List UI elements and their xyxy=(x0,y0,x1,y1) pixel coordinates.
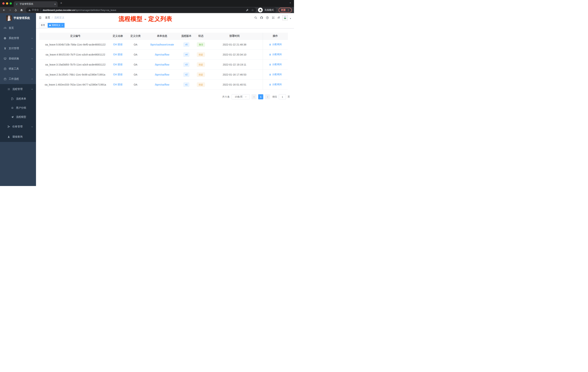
chevron-down-icon xyxy=(31,37,33,39)
url-path: /bpm/manager/definition?key=oa_leave xyxy=(75,9,116,11)
breadcrumb: 首页 / 流程定义 xyxy=(45,16,64,19)
assign-rule-button[interactable]: 分配规则 xyxy=(269,83,282,86)
minimize-window-button[interactable] xyxy=(6,2,8,5)
assign-rule-button[interactable]: 分配规则 xyxy=(269,63,282,66)
briefcase-icon xyxy=(4,77,7,80)
cell-category: OA xyxy=(124,79,147,89)
sidebar-item-workflow[interactable]: 工作流程 xyxy=(0,74,36,84)
chevron-up-icon xyxy=(31,88,33,90)
form-info-link[interactable]: /bpm/oa/flow xyxy=(155,63,169,66)
page-size-select[interactable]: 10条/页 xyxy=(232,94,250,99)
form-info-link[interactable]: /bpm/oa/leave/create xyxy=(150,43,174,46)
fullscreen-icon[interactable] xyxy=(272,16,275,19)
browser-menu-icon[interactable]: ⋮ xyxy=(287,9,289,11)
new-tab-button[interactable]: + xyxy=(60,1,62,5)
cell-definition-id: oa_leave:5:004b710b-7b8a-11ec-8ef0-acde4… xyxy=(39,40,111,50)
active-tag-dot xyxy=(49,25,51,26)
version-badge: v5 xyxy=(183,42,189,47)
cell-definition-id: oa_leave:3:1fad3d93-7b75-11ec-a3c8-acde4… xyxy=(39,59,111,69)
sidebar-item-label: 请假查询 xyxy=(12,135,22,139)
update-chrome-button[interactable]: 更新 ⋮ xyxy=(279,8,292,12)
sidebar-item-task-mgmt[interactable]: 任务管理 xyxy=(0,121,36,132)
hamburger-icon[interactable] xyxy=(39,16,42,20)
sidebar-item-label: 工作流程 xyxy=(9,77,19,81)
cell-deploy-time: 2022-01-22 19:19:11 xyxy=(206,59,263,69)
tag-label: 首页 xyxy=(41,24,45,27)
cell-version: v5 xyxy=(177,40,195,50)
column-header-6: 部署时间 xyxy=(206,33,263,40)
definition-name-link[interactable]: OA 请假 xyxy=(113,83,122,86)
assign-rule-button[interactable]: 分配规则 xyxy=(269,73,282,76)
forward-icon[interactable] xyxy=(7,9,13,12)
fontsize-icon[interactable]: тT xyxy=(277,16,280,19)
form-info-link[interactable]: /bpm/oa/flow xyxy=(155,73,169,76)
warning-icon xyxy=(28,9,31,11)
column-header-4: 流程版本 xyxy=(177,33,195,40)
question-icon[interactable] xyxy=(266,16,269,19)
user-avatar[interactable] xyxy=(282,15,288,20)
assign-rule-label: 分配规则 xyxy=(272,83,282,86)
tab-search-chevron-icon[interactable]: ▼ xyxy=(289,2,291,4)
assign-rule-button[interactable]: 分配规则 xyxy=(269,43,282,46)
definition-name-link[interactable]: OA 请假 xyxy=(113,73,122,76)
assign-rule-button[interactable]: 分配规则 xyxy=(269,53,282,56)
maximize-window-button[interactable] xyxy=(10,2,12,5)
sidebar-logo[interactable]: 芋道管理系统 xyxy=(0,13,36,23)
cell-actions: 分配规则 xyxy=(263,50,288,59)
assign-rule-label: 分配规则 xyxy=(272,53,282,56)
chevron-down-icon xyxy=(31,58,33,60)
definition-name-link[interactable]: OA 请假 xyxy=(113,53,122,56)
next-page-button[interactable] xyxy=(265,94,270,99)
browser-tab[interactable]: 芋道管理系统 × xyxy=(14,1,58,7)
tag-view-item-0[interactable]: 首页 xyxy=(39,23,47,28)
url-bar[interactable]: 不安全 dashboard.yudao.iocoder.cn/bpm/manag… xyxy=(26,8,256,12)
back-icon[interactable] xyxy=(1,9,7,12)
sidebar-item-home[interactable]: 首页 xyxy=(0,23,36,33)
cell-deploy-time: 2022-01-16 17:46:53 xyxy=(206,69,263,79)
sidebar-item-system[interactable]: 系统管理 xyxy=(0,33,36,43)
goto-page-input[interactable] xyxy=(279,94,286,99)
page-number-1[interactable]: 1 xyxy=(258,94,263,99)
tree-icon xyxy=(7,125,10,128)
sidebar-item-process-model[interactable]: 流程模型 xyxy=(0,112,36,121)
breadcrumb-separator: / xyxy=(52,16,52,19)
form-info-link[interactable]: /bpm/oa/flow xyxy=(155,83,169,86)
tag-close-icon[interactable]: × xyxy=(62,24,63,27)
tag-view-active-1[interactable]: 流程定义× xyxy=(48,23,64,28)
bookmark-star-icon[interactable]: ☆ xyxy=(250,8,255,12)
tab-close-icon[interactable]: × xyxy=(54,3,56,5)
cell-definition-name: OA 请假 xyxy=(111,50,124,59)
sidebar-item-user-group[interactable]: 用户分组 xyxy=(0,103,36,112)
cell-category: OA xyxy=(124,69,147,79)
prev-page-button[interactable] xyxy=(252,94,257,99)
sidebar-item-process-form[interactable]: 流程表单 xyxy=(0,94,36,103)
sidebar-item-label: 系统管理 xyxy=(9,37,19,40)
sidebar-item-leave-query[interactable]: 请假查询 xyxy=(0,132,36,142)
password-key-icon[interactable] xyxy=(244,9,250,11)
reload-icon[interactable] xyxy=(13,9,19,12)
send-icon xyxy=(11,116,14,119)
sidebar-item-label: 用户分组 xyxy=(16,106,26,109)
sidebar-item-payment[interactable]: ¥支付管理 xyxy=(0,43,36,54)
assign-rule-label: 分配规则 xyxy=(272,73,282,76)
close-window-button[interactable] xyxy=(2,2,5,5)
cell-deploy-time: 2022-01-16 01:40:51 xyxy=(206,79,263,89)
definition-name-link[interactable]: OA 请假 xyxy=(113,63,122,66)
home-icon[interactable] xyxy=(19,9,24,12)
table-row: oa_leave:4:991f2193-7b7f-11ec-a3c8-acde4… xyxy=(39,50,288,59)
security-label: 不安全 xyxy=(32,8,39,12)
form-info-link[interactable]: /bpm/oa/flow xyxy=(155,53,169,56)
security-status[interactable]: 不安全 xyxy=(28,8,39,12)
sidebar-item-process-mgmt[interactable]: 流程管理 xyxy=(0,84,36,94)
tab-strip: 芋道管理系统 × + ▼ xyxy=(0,0,294,7)
search-icon[interactable] xyxy=(254,16,257,19)
cell-definition-name: OA 请假 xyxy=(111,59,124,69)
breadcrumb-home[interactable]: 首页 xyxy=(45,16,50,19)
sidebar-item-infrastructure[interactable]: 基础设施 xyxy=(0,54,36,64)
github-icon[interactable] xyxy=(260,16,263,19)
table-row: oa_leave:1:482ec033-762a-11ec-8477-a2380… xyxy=(39,79,288,89)
definition-name-link[interactable]: OA 请假 xyxy=(113,43,122,46)
avatar-dropdown-caret-icon[interactable]: ▼ xyxy=(290,18,291,20)
chevron-down-icon xyxy=(31,126,33,128)
sidebar-item-dev-tools[interactable]: 研发工具 xyxy=(0,64,36,74)
